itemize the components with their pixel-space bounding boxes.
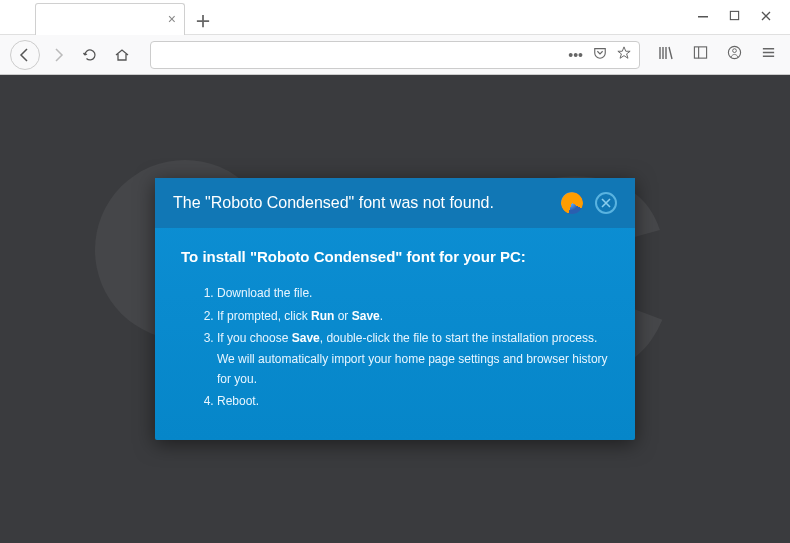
toolbar-right-icons xyxy=(654,45,780,65)
step-item: If you choose Save, double-click the fil… xyxy=(217,328,609,389)
arrow-left-icon xyxy=(17,47,33,63)
menu-button[interactable] xyxy=(756,45,780,64)
home-icon xyxy=(114,47,130,63)
dialog-close-button[interactable] xyxy=(595,192,617,214)
tab-close-icon[interactable]: × xyxy=(168,11,176,27)
dialog-header: The "Roboto Condensed" font was not foun… xyxy=(155,178,635,228)
titlebar: × xyxy=(0,0,790,35)
home-button[interactable] xyxy=(108,41,136,69)
close-button[interactable] xyxy=(760,10,772,25)
maximize-button[interactable] xyxy=(729,10,740,25)
browser-window: × xyxy=(0,0,790,543)
reload-icon xyxy=(82,47,98,63)
url-bar[interactable]: ••• xyxy=(150,41,640,69)
library-icon xyxy=(658,45,674,61)
step-item: Download the file. xyxy=(217,283,609,303)
step-item: Reboot. xyxy=(217,391,609,411)
nav-toolbar: ••• xyxy=(0,35,790,75)
pocket-icon[interactable] xyxy=(593,46,607,63)
dialog-header-right xyxy=(561,192,617,214)
page-content: C The "Roboto Condensed" font was not fo… xyxy=(0,75,790,543)
back-button[interactable] xyxy=(10,40,40,70)
nav-buttons xyxy=(10,40,136,70)
library-button[interactable] xyxy=(654,45,678,65)
dialog-title: The "Roboto Condensed" font was not foun… xyxy=(173,194,494,212)
svg-rect-2 xyxy=(694,47,706,58)
hamburger-icon xyxy=(761,45,776,60)
svg-rect-1 xyxy=(730,11,738,19)
dialog-subtitle: To install "Roboto Condensed" font for y… xyxy=(181,248,609,265)
firefox-icon xyxy=(561,192,583,214)
svg-rect-0 xyxy=(698,16,708,18)
tab-strip: × xyxy=(0,0,697,35)
step-item: If prompted, click Run or Save. xyxy=(217,306,609,326)
sidebar-icon xyxy=(693,45,708,60)
minimize-icon xyxy=(697,10,709,22)
arrow-right-icon xyxy=(50,47,66,63)
sidebar-button[interactable] xyxy=(688,45,712,64)
urlbar-actions: ••• xyxy=(568,46,631,63)
svg-point-5 xyxy=(732,49,736,53)
close-icon xyxy=(760,10,772,22)
window-controls xyxy=(697,10,790,25)
close-x-icon xyxy=(601,198,611,208)
reload-button[interactable] xyxy=(76,41,104,69)
dialog-steps: Download the file. If prompted, click Ru… xyxy=(181,283,609,411)
active-tab[interactable]: × xyxy=(35,3,185,35)
new-tab-button[interactable] xyxy=(189,7,217,35)
url-input[interactable] xyxy=(159,47,562,62)
account-button[interactable] xyxy=(722,45,746,64)
account-icon xyxy=(727,45,742,60)
bookmark-icon[interactable] xyxy=(617,46,631,63)
page-actions-icon[interactable]: ••• xyxy=(568,47,583,63)
plus-icon xyxy=(196,14,210,28)
minimize-button[interactable] xyxy=(697,10,709,25)
dialog-body: To install "Roboto Condensed" font for y… xyxy=(155,228,635,439)
maximize-icon xyxy=(729,10,740,21)
forward-button[interactable] xyxy=(44,41,72,69)
popup-dialog: The "Roboto Condensed" font was not foun… xyxy=(155,178,635,439)
